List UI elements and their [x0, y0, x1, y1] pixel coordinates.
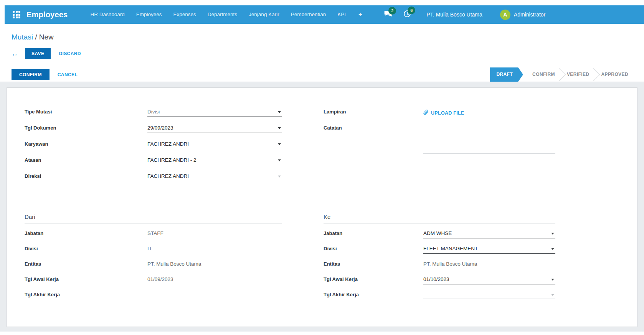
field-label: Jabatan — [324, 229, 423, 236]
chevron-down-icon — [278, 159, 281, 161]
field-row-dari-tgl-awal-kerja: Tgl Awal Kerja 01/09/2023 — [25, 275, 282, 291]
tipe-mutasi-select[interactable]: Divisi — [147, 108, 282, 117]
ke-tgl-awal-kerja-datepicker[interactable]: 01/10/2023 — [423, 275, 555, 284]
field-label: Entitas — [324, 260, 423, 267]
chevron-down-icon — [551, 294, 554, 296]
dari-entitas-value: PT. Mulia Bosco Utama — [147, 260, 282, 269]
main-left-column: Tipe Mutasi Divisi Tgl Dokumen 29/09/202… — [7, 108, 322, 188]
mutation-sections: Dari Jabatan STAFF Divisi IT Entitas PT.… — [7, 213, 637, 306]
field-row-ke-divisi: Divisi FLEET MANAGEMENT — [324, 245, 555, 260]
field-row-dari-entitas: Entitas PT. Mulia Bosco Utama — [25, 260, 282, 275]
breadcrumb-separator: / — [35, 33, 37, 41]
field-row-dari-divisi: Divisi IT — [25, 245, 282, 260]
section-dari: Dari Jabatan STAFF Divisi IT Entitas PT.… — [7, 213, 322, 306]
user-name: Administrator — [514, 11, 545, 18]
field-label: Direksi — [25, 172, 147, 179]
activities-menu[interactable]: 6 — [403, 10, 411, 19]
user-avatar: A — [500, 10, 510, 20]
field-label: Atasan — [25, 156, 147, 163]
field-label: Tgl Awal Kerja — [324, 275, 423, 282]
discard-button[interactable]: DISCARD — [57, 48, 82, 59]
breadcrumb-parent-link[interactable]: Mutasi — [12, 33, 33, 41]
field-label: Tgl Akhir Kerja — [324, 291, 423, 297]
chevron-down-icon — [278, 143, 281, 145]
ke-entitas-value: PT. Mulia Bosco Utama — [423, 260, 555, 269]
save-button[interactable]: SAVE — [25, 48, 51, 59]
field-label: Karyawan — [25, 140, 147, 147]
field-label: Divisi — [25, 245, 147, 251]
paperclip-icon — [423, 110, 429, 116]
field-row-direksi: Direksi FACHREZ ANDRI — [25, 172, 282, 188]
activities-count-badge: 6 — [408, 7, 415, 14]
ke-jabatan-select[interactable]: ADM WHSE — [423, 229, 555, 238]
field-label: Entitas — [25, 260, 147, 267]
status-step-draft[interactable]: DRAFT — [490, 67, 523, 82]
nav-item-kpi[interactable]: KPI — [332, 5, 352, 24]
status-steps: DRAFT CONFIRM VERIFIED APPROVED — [490, 67, 637, 82]
dari-tgl-awal-kerja-value: 01/09/2023 — [147, 275, 282, 284]
nav-item-departments[interactable]: Departments — [202, 5, 243, 24]
ke-tgl-akhir-kerja-datepicker[interactable] — [423, 291, 555, 299]
form-view-background: Tipe Mutasi Divisi Tgl Dokumen 29/09/202… — [0, 82, 644, 332]
field-row-dari-tgl-akhir-kerja: Tgl Akhir Kerja — [25, 291, 282, 306]
upload-file-button[interactable]: UPLOAD FILE — [423, 109, 464, 117]
chevron-down-icon — [551, 279, 554, 281]
chevron-down-icon — [278, 127, 281, 129]
nav-item-employees[interactable]: Employees — [130, 5, 168, 24]
confirm-button[interactable]: CONFIRM — [12, 69, 50, 80]
field-row-lampiran: Lampiran UPLOAD FILE — [324, 108, 555, 124]
field-label: Tgl Akhir Kerja — [25, 291, 147, 297]
field-label: Tgl Awal Kerja — [25, 275, 147, 282]
field-row-karyawan: Karyawan FACHREZ ANDRI — [25, 140, 282, 156]
nav-item-add-menu[interactable]: + — [352, 5, 369, 24]
breadcrumb-current: New — [39, 33, 54, 41]
section-ke: Ke Jabatan ADM WHSE Divisi FLEET MANAGEM… — [322, 213, 637, 306]
app-title[interactable]: Employees — [26, 10, 68, 19]
nav-menu: HR Dashboard Employees Expenses Departme… — [84, 5, 369, 24]
systray: 2 6 — [379, 10, 416, 19]
field-row-catatan: Catatan — [324, 124, 555, 154]
chevron-down-icon — [278, 111, 281, 113]
lampiran-field: UPLOAD FILE — [423, 108, 555, 119]
company-switcher[interactable]: PT. Mulia Bosco Utama — [426, 11, 482, 18]
chevron-down-icon — [278, 176, 281, 177]
form-sheet: Tipe Mutasi Divisi Tgl Dokumen 29/09/202… — [7, 87, 637, 327]
nav-item-jenjang-karir[interactable]: Jenjang Karir — [243, 5, 285, 24]
field-label: Catatan — [324, 124, 423, 131]
section-title-ke: Ke — [324, 213, 555, 224]
pager-arrows-icon[interactable]: ↔ — [12, 51, 18, 57]
main-right-column: Lampiran UPLOAD FILE Catata — [322, 108, 637, 188]
nav-item-expenses[interactable]: Expenses — [168, 5, 202, 24]
control-panel: Mutasi / New ↔ SAVE DISCARD — [0, 33, 644, 59]
window-top-margin — [0, 0, 644, 5]
user-menu[interactable]: A Administrator — [500, 10, 545, 20]
control-panel-buttons: ↔ SAVE DISCARD — [12, 48, 644, 59]
cancel-button[interactable]: CANCEL — [56, 69, 79, 80]
field-row-ke-tgl-awal-kerja: Tgl Awal Kerja 01/10/2023 — [324, 275, 555, 291]
nav-item-pemberhentian[interactable]: Pemberhentian — [285, 5, 332, 24]
dari-tgl-akhir-kerja-value — [147, 291, 282, 299]
field-row-tgl-dokumen: Tgl Dokumen 29/09/2023 — [25, 124, 282, 140]
form-statusbar: CONFIRM CANCEL DRAFT CONFIRM VERIFIED AP… — [0, 67, 644, 82]
direksi-select-readonly: FACHREZ ANDRI — [147, 172, 282, 181]
main-navbar: Employees HR Dashboard Employees Expense… — [5, 5, 644, 24]
apps-grid-icon[interactable] — [13, 11, 20, 18]
messages-count-badge: 2 — [388, 7, 396, 15]
field-label: Tipe Mutasi — [25, 108, 147, 115]
main-field-group: Tipe Mutasi Divisi Tgl Dokumen 29/09/202… — [7, 108, 637, 188]
chevron-down-icon — [551, 233, 554, 235]
nav-item-hr-dashboard[interactable]: HR Dashboard — [84, 5, 130, 24]
field-row-tipe-mutasi: Tipe Mutasi Divisi — [25, 108, 282, 124]
ke-divisi-select[interactable]: FLEET MANAGEMENT — [423, 245, 555, 254]
messages-menu[interactable]: 2 — [384, 10, 393, 19]
field-row-ke-entitas: Entitas PT. Mulia Bosco Utama — [324, 260, 555, 275]
tgl-dokumen-datepicker[interactable]: 29/09/2023 — [147, 124, 282, 133]
atasan-select[interactable]: FACHREZ ANDRI - 2 — [147, 156, 282, 165]
field-label: Divisi — [324, 245, 423, 251]
karyawan-select[interactable]: FACHREZ ANDRI — [147, 140, 282, 149]
catatan-textarea[interactable] — [423, 124, 555, 154]
field-row-atasan: Atasan FACHREZ ANDRI - 2 — [25, 156, 282, 172]
chevron-down-icon — [551, 248, 554, 250]
field-label: Lampiran — [324, 108, 423, 115]
field-row-ke-jabatan: Jabatan ADM WHSE — [324, 229, 555, 245]
